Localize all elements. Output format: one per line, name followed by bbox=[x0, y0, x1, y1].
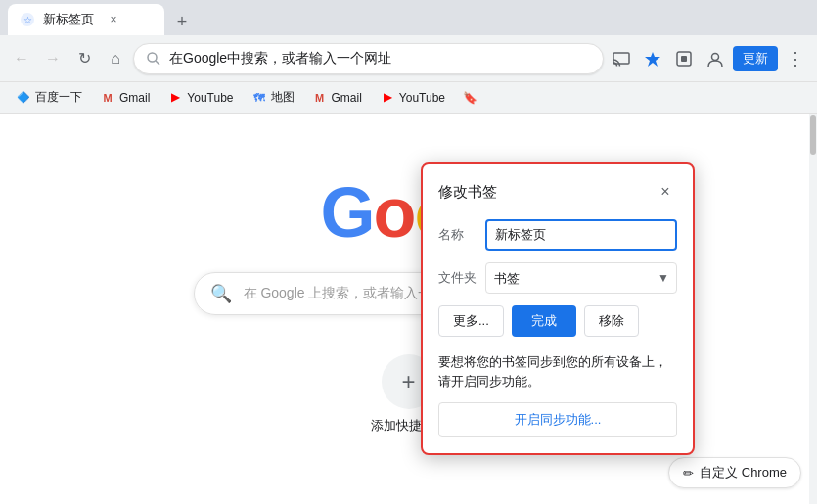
tab-label: 新标签页 bbox=[43, 11, 94, 28]
toolbar-right: 更新 ⋮ bbox=[608, 45, 809, 72]
bookmarks-bar: 🔷 百度一下 M Gmail ▶ YouTube 🗺 地图 M Gmail ▶ … bbox=[0, 82, 817, 114]
svg-rect-7 bbox=[681, 56, 687, 62]
scrollbar-thumb bbox=[810, 115, 816, 155]
bookmark-gmail-2[interactable]: M Gmail bbox=[304, 86, 370, 110]
svg-text:☆: ☆ bbox=[23, 15, 32, 25]
dialog-name-field: 名称 bbox=[438, 219, 677, 251]
logo-o1: o bbox=[374, 172, 415, 252]
svg-line-3 bbox=[156, 61, 159, 65]
bookmark-gmail2-label: Gmail bbox=[332, 91, 362, 105]
bookmark-star-icon[interactable] bbox=[639, 45, 666, 72]
dialog-folder-select[interactable]: 书签 书签栏 其他书签 bbox=[485, 262, 677, 294]
gmail2-favicon: M bbox=[312, 90, 328, 106]
dialog-folder-label: 文件夹 bbox=[438, 269, 477, 287]
bookmark-dialog: 修改书签 × 名称 文件夹 书签 书签栏 其他书签 ▼ bbox=[421, 162, 695, 455]
reload-button[interactable]: ↻ bbox=[70, 45, 98, 72]
cast-icon[interactable] bbox=[608, 45, 635, 72]
sync-notice-text: 要想将您的书签同步到您的所有设备上，请开启同步功能。 bbox=[438, 352, 677, 390]
svg-rect-4 bbox=[613, 53, 629, 64]
new-tab-button[interactable]: + bbox=[168, 8, 196, 35]
active-tab[interactable]: ☆ 新标签页 × bbox=[8, 4, 164, 35]
dialog-folder-select-wrapper: 书签 书签栏 其他书签 ▼ bbox=[485, 262, 677, 294]
dialog-header: 修改书签 × bbox=[438, 180, 677, 204]
svg-point-2 bbox=[148, 53, 157, 62]
dialog-close-button[interactable]: × bbox=[654, 180, 677, 204]
baidu-favicon: 🔷 bbox=[16, 90, 31, 106]
toolbar: ← → ↻ ⌂ 在Google中搜索，或者输入一个网址 更新 ⋮ bbox=[0, 35, 817, 82]
remove-button[interactable]: 移除 bbox=[584, 305, 639, 337]
customize-pencil-icon: ✏ bbox=[683, 466, 694, 481]
customize-chrome-button[interactable]: ✏ 自定义 Chrome bbox=[668, 457, 801, 488]
dialog-folder-field: 文件夹 书签 书签栏 其他书签 ▼ bbox=[438, 262, 677, 294]
bookmark-map[interactable]: 🗺 地图 bbox=[244, 85, 302, 110]
bookmark-youtube1-label: YouTube bbox=[187, 91, 233, 105]
map-favicon: 🗺 bbox=[251, 90, 267, 106]
tab-bar: ☆ 新标签页 × + bbox=[0, 0, 817, 35]
dialog-name-label: 名称 bbox=[438, 226, 477, 244]
customize-label: 自定义 Chrome bbox=[700, 464, 787, 481]
bookmark-gmail-1[interactable]: M Gmail bbox=[92, 86, 158, 110]
bookmark-youtube2-label: YouTube bbox=[399, 91, 445, 105]
svg-point-8 bbox=[712, 53, 719, 60]
done-button[interactable]: 完成 bbox=[512, 305, 576, 337]
dialog-name-input[interactable] bbox=[485, 219, 677, 251]
menu-button[interactable]: ⋮ bbox=[782, 45, 809, 72]
youtube2-favicon: ▶ bbox=[380, 90, 395, 106]
svg-marker-5 bbox=[645, 52, 660, 67]
sync-link-button[interactable]: 开启同步功能... bbox=[438, 402, 677, 437]
update-button[interactable]: 更新 bbox=[733, 46, 778, 71]
bookmark-more[interactable]: 🔖 bbox=[455, 87, 485, 109]
tab-close-button[interactable]: × bbox=[106, 12, 121, 27]
bookmark-baidu-label: 百度一下 bbox=[35, 89, 82, 106]
bookmark-gmail1-label: Gmail bbox=[119, 91, 150, 105]
bookmark-more-icon: 🔖 bbox=[463, 91, 477, 105]
youtube1-favicon: ▶ bbox=[167, 90, 183, 106]
dialog-title: 修改书签 bbox=[438, 183, 497, 202]
forward-button[interactable]: → bbox=[39, 45, 67, 72]
dialog-actions: 更多... 完成 移除 bbox=[438, 305, 677, 337]
address-bar[interactable]: 在Google中搜索，或者输入一个网址 bbox=[133, 43, 604, 74]
home-button[interactable]: ⌂ bbox=[102, 45, 129, 72]
bookmark-youtube-2[interactable]: ▶ YouTube bbox=[372, 86, 453, 110]
search-icon bbox=[146, 51, 161, 67]
more-button[interactable]: 更多... bbox=[438, 305, 504, 337]
bookmark-youtube-1[interactable]: ▶ YouTube bbox=[159, 86, 241, 110]
bookmark-baidu[interactable]: 🔷 百度一下 bbox=[8, 85, 90, 110]
back-button[interactable]: ← bbox=[8, 45, 35, 72]
browser-frame: ☆ 新标签页 × + ← → ↻ ⌂ 在Google中搜索，或者输入一个网址 bbox=[0, 0, 817, 504]
bookmark-map-label: 地图 bbox=[271, 89, 295, 106]
address-text: 在Google中搜索，或者输入一个网址 bbox=[169, 50, 591, 68]
scrollbar[interactable] bbox=[809, 114, 817, 504]
tab-favicon: ☆ bbox=[20, 12, 35, 27]
gmail1-favicon: M bbox=[100, 90, 115, 106]
extension-icon[interactable] bbox=[670, 45, 698, 72]
logo-g: G bbox=[321, 172, 374, 252]
page-content: G o o g 🔍 在 Google 上搜索，或者输入一个网址 🎤 + 添加快捷… bbox=[0, 114, 817, 504]
main-search-icon: 🔍 bbox=[210, 283, 232, 304]
profile-icon[interactable] bbox=[702, 45, 729, 72]
